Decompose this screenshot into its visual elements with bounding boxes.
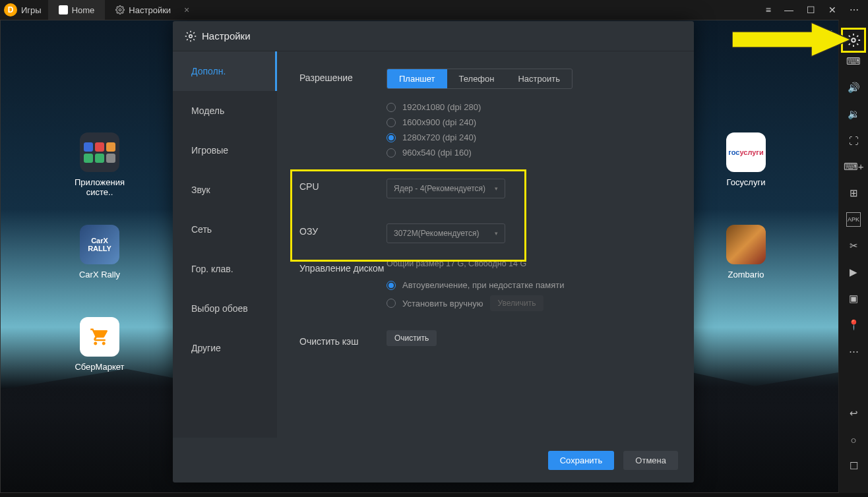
fullscreen-icon[interactable]: ⛶	[846, 133, 861, 148]
icon-label: Zombario	[728, 270, 764, 279]
dialog-title: Настройки	[202, 30, 251, 42]
svg-point-1	[189, 34, 193, 38]
maximize-icon[interactable]: ☐	[807, 5, 815, 15]
scissors-icon[interactable]: ✂	[846, 239, 861, 253]
gear-icon	[185, 30, 197, 42]
sidebar-item-network[interactable]: Сеть	[173, 210, 277, 249]
disk-manual[interactable]: Установить вручную Увеличить	[387, 295, 671, 311]
dialog-footer: Сохранить Отмена	[173, 438, 694, 482]
side-toolbar: ⌨ 🔊 🔉 ⛶ ⌨+ ⊞ APK ✂ ▶ ▣ 📍 ⋯ ↩ ○ ☐	[839, 20, 868, 493]
gear-icon	[115, 5, 125, 15]
minimize-icon[interactable]: ―	[784, 5, 793, 15]
app-logo: D	[4, 3, 17, 16]
more-icon[interactable]: ⋯	[850, 5, 859, 15]
screenshot-icon[interactable]: ▣	[846, 291, 861, 306]
games-label[interactable]: Игры	[21, 5, 48, 15]
res-1280[interactable]: 1280x720 (dpi 240)	[387, 132, 671, 142]
settings-gear-highlighted[interactable]	[841, 28, 866, 53]
recent-icon[interactable]: ☐	[846, 459, 861, 473]
cpu-label: CPU	[299, 179, 387, 198]
settings-sidebar: Дополн. Модель Игровые Звук Сеть Гор. кл…	[173, 51, 277, 438]
chevron-down-icon: ▾	[495, 185, 498, 192]
icon-sbermarket[interactable]: СберМаркет	[60, 317, 139, 372]
icon-label: Госуслуги	[727, 177, 766, 187]
home-icon[interactable]: ○	[846, 432, 861, 447]
disk-auto[interactable]: Автоувеличение, при недостатке памяти	[387, 280, 671, 290]
svg-point-0	[119, 9, 122, 11]
seg-custom[interactable]: Настроить	[506, 69, 572, 88]
sidebar-item-model[interactable]: Модель	[173, 91, 277, 131]
svg-point-2	[852, 38, 855, 42]
enlarge-button[interactable]: Увеличить	[490, 295, 544, 311]
cache-label: Очистить кэш	[299, 332, 387, 347]
res-1920[interactable]: 1920x1080 (dpi 280)	[387, 102, 671, 112]
ram-label: ОЗУ	[299, 223, 387, 243]
cancel-button[interactable]: Отмена	[623, 451, 678, 470]
save-button[interactable]: Сохранить	[548, 451, 615, 470]
titlebar: D Игры Home Настройки × ≡ ― ☐ ✕ ⋯	[0, 0, 868, 20]
disk-label: Управление диском	[299, 259, 387, 316]
icon-label: CarX Rally	[79, 270, 120, 279]
bottom-strip	[0, 493, 868, 497]
volume-up-icon[interactable]: 🔊	[846, 80, 861, 95]
sidebar-item-advanced[interactable]: Дополн.	[173, 51, 277, 91]
icon-zombario[interactable]: Zombario	[706, 225, 786, 279]
icon-carx-rally[interactable]: CarXRALLY CarX Rally	[60, 225, 139, 279]
menu-icon[interactable]: ≡	[766, 5, 771, 15]
sidebar-item-other[interactable]: Другие	[173, 328, 277, 368]
settings-dialog: Настройки Дополн. Модель Игровые Звук Се…	[173, 21, 694, 482]
home-icon	[59, 5, 68, 15]
back-icon[interactable]: ↩	[846, 406, 861, 421]
seg-tablet[interactable]: Планшет	[387, 69, 447, 88]
clear-cache-button[interactable]: Очистить	[387, 330, 437, 346]
resolution-label: Разрешение	[299, 69, 387, 163]
icon-label: СберМаркет	[75, 362, 124, 372]
more-icon[interactable]: ⋯	[846, 344, 861, 359]
tab-home[interactable]: Home	[48, 0, 106, 20]
cpu-select[interactable]: Ядер - 4(Рекомендуется)▾	[387, 179, 505, 198]
keymap-icon[interactable]: ⌨+	[846, 160, 861, 174]
sidebar-item-sound[interactable]: Звук	[173, 170, 277, 210]
disk-info: Общий размер 17 G, Свободно 14 G	[387, 259, 671, 268]
tab-settings-label: Настройки	[129, 5, 171, 15]
tab-close-icon[interactable]: ×	[184, 5, 189, 15]
tab-settings[interactable]: Настройки ×	[105, 0, 200, 20]
icon-gosuslugi[interactable]: госуслуги Госуслуги	[706, 132, 786, 187]
res-1600[interactable]: 1600x900 (dpi 240)	[387, 117, 671, 127]
keyboard-icon[interactable]: ⌨	[846, 54, 861, 69]
window-controls: ≡ ― ☐ ✕ ⋯	[757, 5, 868, 15]
res-960[interactable]: 960x540 (dpi 160)	[387, 148, 671, 158]
seg-phone[interactable]: Телефон	[447, 69, 507, 88]
close-icon[interactable]: ✕	[828, 5, 836, 15]
sidebar-item-game[interactable]: Игровые	[173, 131, 277, 170]
icon-system-apps[interactable]: Приложения систе..	[60, 132, 139, 197]
sidebar-item-wallpaper[interactable]: Выбор обоев	[173, 289, 277, 328]
volume-down-icon[interactable]: 🔉	[846, 107, 861, 121]
chevron-down-icon: ▾	[495, 230, 498, 237]
sidebar-item-hotkeys[interactable]: Гор. клав.	[173, 249, 277, 289]
location-icon[interactable]: 📍	[846, 318, 861, 332]
ram-select[interactable]: 3072M(Рекомендуется)▾	[387, 223, 505, 243]
device-segment: Планшет Телефон Настроить	[387, 69, 573, 89]
settings-content: Разрешение Планшет Телефон Настроить 192…	[277, 51, 694, 438]
apk-icon[interactable]: APK	[846, 212, 861, 227]
gear-icon	[846, 33, 861, 47]
icon-label: Приложения систе..	[75, 177, 125, 197]
tab-home-label: Home	[72, 5, 95, 15]
multi-instance-icon[interactable]: ⊞	[846, 186, 861, 200]
clock-fragment: :30	[815, 28, 834, 43]
dialog-header: Настройки	[173, 21, 694, 51]
record-icon[interactable]: ▶	[846, 265, 861, 279]
